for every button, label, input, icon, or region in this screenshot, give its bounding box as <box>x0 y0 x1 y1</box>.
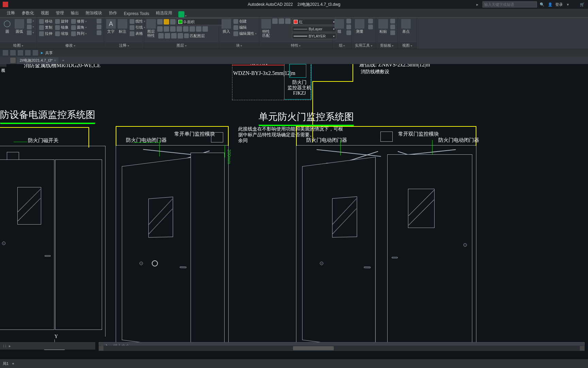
share-button[interactable]: 共享 <box>45 50 53 56</box>
basepoint-button[interactable]: 基点 <box>399 18 413 34</box>
lic6[interactable] <box>190 26 195 32</box>
panel-modify-title[interactable]: 修改 <box>37 42 104 49</box>
pic3[interactable] <box>285 18 291 24</box>
gic2[interactable] <box>345 24 352 30</box>
tab-featured[interactable]: 精选应用 <box>152 9 176 17</box>
paste-button[interactable]: 粘贴 <box>377 18 389 34</box>
doc-tab[interactable]: 2#电施2021.4.7_t3*× <box>17 57 59 64</box>
layericon2[interactable] <box>164 19 169 25</box>
new-tab-button[interactable]: + <box>60 58 66 62</box>
layout-add-button[interactable]: + <box>12 362 14 366</box>
panel-block-title[interactable]: 块 <box>219 42 259 49</box>
array-button[interactable]: 阵列▾ <box>70 31 88 36</box>
panel-view-title[interactable]: 视图 <box>398 42 416 49</box>
scroll-right-icon[interactable] <box>580 346 585 351</box>
panel-annot-title[interactable]: 注释 <box>104 42 144 49</box>
panel-clip-title[interactable]: 剪贴板 <box>376 42 397 49</box>
gic1[interactable] <box>345 18 352 24</box>
login-link[interactable]: 登录 <box>555 2 563 7</box>
trim-button[interactable]: 修剪▾ <box>70 18 88 24</box>
search-icon[interactable]: 🔍 <box>539 1 545 7</box>
panel-util-title[interactable]: 实用工具 <box>352 42 376 49</box>
drawing-canvas[interactable]: 线图 消防金属线槽MR/JDG20-WE,CE AC220V WDZN-BYJ-… <box>0 64 588 359</box>
side-label[interactable]: 线图 <box>0 64 6 67</box>
tab-express[interactable]: Express Tools <box>120 10 152 17</box>
rectangle-button[interactable]: ▾ <box>26 24 35 30</box>
layout-nav-icon[interactable]: ▸ <box>9 344 11 348</box>
qat-save-icon[interactable] <box>18 50 23 56</box>
circle-button[interactable]: 圆 <box>1 18 13 34</box>
pic2[interactable] <box>279 18 284 24</box>
layerprops-button[interactable]: 图层 特性 <box>146 18 157 38</box>
stretch-button[interactable]: 拉伸 <box>38 31 53 36</box>
cic2[interactable] <box>389 24 396 30</box>
lic1[interactable] <box>157 26 163 32</box>
start-tab[interactable] <box>10 58 16 63</box>
layout-tab-1[interactable]: 局1 <box>3 361 9 366</box>
panel-group-title[interactable]: 组 <box>332 42 351 49</box>
layericon3[interactable] <box>170 19 176 25</box>
panel-layer-title[interactable]: 图层 <box>144 42 219 49</box>
lic8[interactable] <box>202 26 208 32</box>
horizontal-scrollbar[interactable] <box>99 346 585 351</box>
scroll-thumb[interactable] <box>293 346 334 350</box>
dropdown-icon[interactable]: ▾ <box>565 1 571 7</box>
panel-props-title[interactable]: 特性 <box>259 42 332 49</box>
tab-output[interactable]: 输出 <box>67 9 82 17</box>
uic1[interactable] <box>367 18 374 24</box>
hatch-button[interactable]: ▾ <box>26 30 35 35</box>
leader-button[interactable]: 引线▾ <box>129 25 146 30</box>
scale-button[interactable]: 缩放 <box>54 31 69 36</box>
rotate-button[interactable]: 旋转 <box>54 18 69 24</box>
lineweight-dropdown[interactable]: BYLAYER▾ <box>292 33 336 39</box>
linear-button[interactable]: 线性▾ <box>129 18 146 24</box>
lic5[interactable] <box>183 26 189 32</box>
panel-draw-title[interactable]: 绘图 <box>0 42 36 49</box>
qat-open-icon[interactable] <box>10 50 16 56</box>
text-button[interactable]: A文字 <box>105 18 116 34</box>
lic3[interactable] <box>170 26 176 32</box>
extra3-button[interactable] <box>96 30 102 35</box>
extra1-button[interactable] <box>96 18 102 24</box>
tab-collab[interactable]: 协作 <box>105 9 120 17</box>
cic3[interactable] <box>389 30 396 35</box>
lic2[interactable] <box>164 26 169 32</box>
matchprop-button[interactable]: 特性 匹配 <box>261 18 272 38</box>
color-dropdown[interactable]: 红▾ <box>292 19 336 25</box>
measure-button[interactable]: 测量 <box>353 18 366 34</box>
gic3[interactable] <box>345 30 352 35</box>
qat-undo-icon[interactable] <box>25 50 31 56</box>
cart-icon[interactable]: 🛒 <box>579 1 585 7</box>
lic7[interactable] <box>196 26 201 32</box>
mirror-button[interactable]: 镜像 <box>54 25 69 30</box>
close-tab-icon[interactable]: × <box>54 59 56 62</box>
tab-view[interactable]: 视图 <box>37 9 52 17</box>
cic1[interactable] <box>389 18 396 24</box>
tabs-dropdown-icon[interactable]: ▾ <box>185 14 186 17</box>
move-button[interactable]: 移动 <box>38 18 53 24</box>
user-icon[interactable]: 👤 <box>547 1 553 7</box>
tab-annotate[interactable]: 注释 <box>3 9 18 17</box>
qat-new-icon[interactable] <box>3 50 8 56</box>
search-input[interactable] <box>483 1 537 7</box>
fillet-button[interactable]: 圆角▾ <box>70 25 88 30</box>
trusted-icon[interactable] <box>178 11 184 17</box>
info-icon[interactable]: ▸ <box>474 1 480 7</box>
scroll-left-icon[interactable] <box>99 346 103 351</box>
copy-button[interactable]: 复制 <box>38 25 53 30</box>
linetype-dropdown[interactable]: ByLayer▾ <box>292 26 336 32</box>
polyline-button[interactable]: ▾ <box>26 18 35 24</box>
edit-block-button[interactable]: 编辑 <box>232 25 258 30</box>
tab-addins[interactable]: 附加模块 <box>82 9 105 17</box>
create-block-button[interactable]: 创建 <box>232 18 258 24</box>
pic1[interactable] <box>272 18 278 24</box>
extra2-button[interactable] <box>96 24 102 30</box>
group-button[interactable]: 组 <box>334 18 345 34</box>
edit-attr-button[interactable]: 编辑属性▾ <box>232 31 258 36</box>
qat-send-icon[interactable]: ➤ <box>40 51 43 55</box>
tab-parametric[interactable]: 参数化 <box>18 9 37 17</box>
qat-redo-icon[interactable] <box>33 50 38 56</box>
uic2[interactable] <box>367 24 374 30</box>
tab-manage[interactable]: 管理 <box>52 9 67 17</box>
insert-button[interactable]: 插入 <box>220 18 232 34</box>
